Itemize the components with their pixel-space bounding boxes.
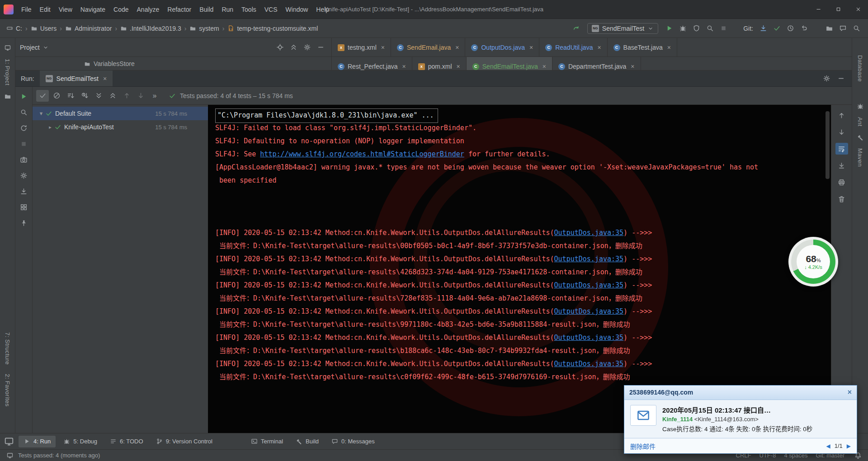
collapse-all-button[interactable]: [106, 90, 119, 102]
console-link[interactable]: OutputDos.java:35: [554, 281, 624, 289]
tree-expand-icon[interactable]: ▼: [37, 111, 45, 116]
locate-file-button[interactable]: [274, 42, 286, 53]
layout-button[interactable]: [836, 23, 849, 34]
maximize-window-button[interactable]: [828, 0, 848, 19]
import-test-results-button[interactable]: [18, 185, 30, 197]
console-link[interactable]: http://www.slf4j.org/codes.html#StaticLo…: [260, 150, 464, 158]
mail-subject[interactable]: 2020年05月15日 02:13:47 接口自…: [662, 405, 851, 414]
console-link[interactable]: OutputDos.java:35: [554, 307, 624, 315]
hide-run-panel-button[interactable]: [835, 73, 847, 85]
search-everywhere-button[interactable]: [850, 23, 863, 34]
console-link[interactable]: OutputDos.java:35: [554, 255, 624, 263]
menu-navigate[interactable]: Navigate: [76, 0, 109, 19]
debug-button[interactable]: [676, 23, 689, 34]
run-tab-sendemailtest[interactable]: NG SendEmailTest ×: [40, 71, 113, 86]
close-icon[interactable]: ×: [529, 44, 533, 51]
close-icon[interactable]: ×: [381, 44, 385, 51]
toolwindow-tab-6-todo[interactable]: 6: TODO: [105, 436, 148, 447]
breadcrumb-item-temp-testng-customsuite-xml[interactable]: temp-testng-customsuite.xml: [226, 25, 319, 32]
project-tree-item[interactable]: VariablesStore: [15, 57, 332, 70]
menu-refactor[interactable]: Refactor: [163, 0, 195, 19]
popup-header[interactable]: 2538699146@qq.com ×: [624, 386, 857, 400]
stripe-item-maven[interactable]: Maven: [857, 148, 863, 167]
stop-button[interactable]: [717, 23, 730, 34]
sort-alphabetically-toggle[interactable]: [64, 90, 77, 102]
filter-tests-button[interactable]: [18, 106, 30, 118]
pin-tab-button[interactable]: [18, 217, 30, 229]
stop-process-button[interactable]: [18, 138, 30, 150]
close-icon[interactable]: ×: [597, 44, 601, 51]
stripe-item-favorites[interactable]: 2: Favorites: [4, 374, 11, 407]
close-window-button[interactable]: [848, 0, 868, 19]
toolwindow-tab-9-version-control[interactable]: 9: Version Control: [151, 436, 217, 447]
next-failed-test-button[interactable]: [134, 90, 147, 102]
project-options-button[interactable]: [301, 42, 313, 53]
tree-expand-icon[interactable]: ▸: [46, 124, 54, 130]
menu-edit[interactable]: Edit: [36, 0, 55, 19]
toolwindow-switcher-icon[interactable]: [4, 436, 14, 447]
previous-failed-test-button[interactable]: [120, 90, 133, 102]
breadcrumb-item-intellijidea2019-3[interactable]: .IntelliJIdea2019.3: [119, 25, 182, 32]
run-configuration-select[interactable]: NG SendEmailTest: [587, 23, 658, 34]
previous-page-button[interactable]: ◀: [826, 443, 830, 449]
more-options-button[interactable]: »: [148, 90, 161, 102]
test-history-button[interactable]: [18, 201, 30, 213]
console-link[interactable]: OutputDos.java:35: [554, 334, 624, 342]
show-ignored-toggle[interactable]: [50, 90, 63, 102]
print-console-button[interactable]: [835, 176, 848, 188]
stripe-item-structure[interactable]: 7: Structure: [4, 332, 11, 365]
stripe-item-database[interactable]: Database: [857, 55, 863, 82]
editor-tab-sendemail-java[interactable]: CSendEmail.java×: [391, 38, 465, 56]
close-icon[interactable]: ×: [542, 63, 546, 70]
project-panel-title[interactable]: Project: [20, 44, 40, 51]
reload-changes-icon[interactable]: [570, 23, 583, 34]
toolwindow-tab-0-messages[interactable]: 0: Messages: [326, 436, 380, 447]
coverage-button[interactable]: [690, 23, 703, 34]
clear-console-button[interactable]: [835, 193, 848, 205]
close-icon[interactable]: ×: [402, 63, 406, 70]
scroll-to-end-button[interactable]: [835, 160, 848, 171]
menu-code[interactable]: Code: [109, 0, 132, 19]
menu-run[interactable]: Run: [217, 0, 237, 19]
breadcrumb-item-users[interactable]: Users: [30, 25, 58, 32]
editor-tab-rest-perfect-java[interactable]: CRest_Perfect.java×: [332, 57, 412, 70]
prev-stacktrace-button[interactable]: [835, 109, 848, 121]
close-icon[interactable]: ×: [848, 389, 852, 396]
expand-all-button[interactable]: [92, 90, 105, 102]
show-passed-toggle[interactable]: [36, 90, 49, 102]
breadcrumb-item-system[interactable]: system: [189, 25, 220, 32]
close-icon[interactable]: ×: [455, 44, 459, 51]
sort-by-duration-toggle[interactable]: [78, 90, 91, 102]
menu-tools[interactable]: Tools: [237, 0, 260, 19]
run-settings-button[interactable]: [820, 73, 833, 85]
menu-window[interactable]: Window: [282, 0, 312, 19]
toolwindow-toggle-icon[interactable]: [6, 452, 14, 459]
collapse-all-button[interactable]: [287, 42, 300, 53]
close-icon[interactable]: ×: [103, 75, 107, 82]
minimize-window-button[interactable]: [808, 0, 828, 19]
soft-wrap-toggle[interactable]: [835, 143, 848, 155]
console-link[interactable]: OutputDos.java:35: [554, 229, 624, 237]
breadcrumb-item-c[interactable]: C:: [5, 25, 23, 32]
vcs-rollback-button[interactable]: [797, 23, 810, 34]
menu-file[interactable]: File: [17, 0, 36, 19]
toolwindow-tab-terminal[interactable]: Terminal: [246, 436, 288, 447]
delete-mail-link[interactable]: 删除邮件: [630, 442, 656, 451]
console-scrollbar[interactable]: [826, 111, 830, 179]
toolwindow-tab-5-debug[interactable]: 5: Debug: [58, 436, 102, 447]
breadcrumb-item-administrator[interactable]: Administrator: [64, 25, 113, 32]
next-stacktrace-button[interactable]: [835, 126, 848, 138]
console-link[interactable]: OutputDos.java:35: [554, 360, 624, 368]
stripe-item-ant[interactable]: Ant: [857, 117, 863, 127]
editor-tab-outputdos-java[interactable]: COutputDos.java×: [465, 38, 539, 56]
menu-build[interactable]: Build: [195, 0, 217, 19]
toolwindow-tab-4-run[interactable]: 4: Run: [19, 436, 56, 447]
chevron-down-icon[interactable]: [42, 44, 49, 51]
vcs-history-button[interactable]: [784, 23, 797, 34]
project-toolwindow-icon[interactable]: [4, 44, 11, 52]
toolwindow-tab-build[interactable]: Build: [291, 436, 324, 447]
hide-project-button[interactable]: [314, 42, 327, 53]
test-settings-button[interactable]: [18, 169, 30, 181]
menu-help[interactable]: Help: [312, 0, 333, 19]
editor-tab-testng-xml[interactable]: xtestng.xml×: [332, 38, 391, 56]
